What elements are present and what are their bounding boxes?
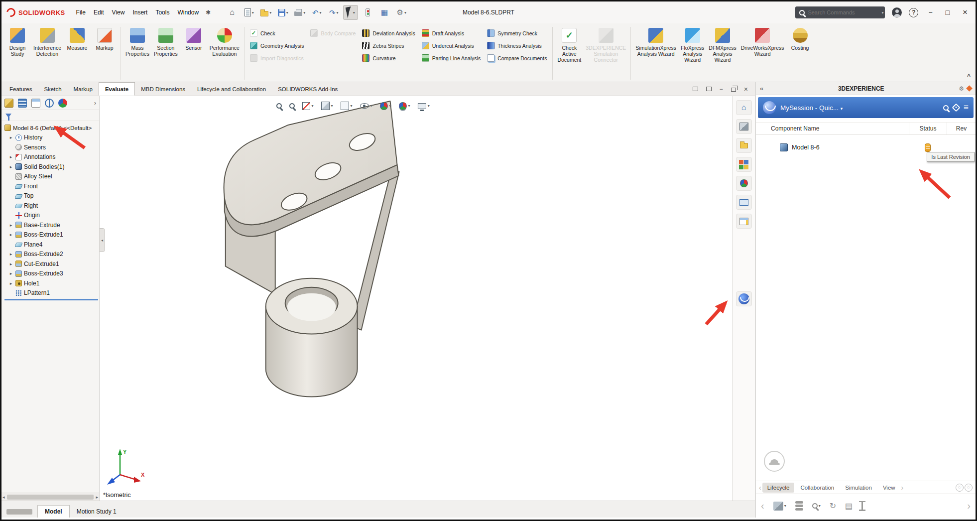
- database-icon[interactable]: [795, 501, 803, 504]
- expander-icon[interactable]: ▸: [8, 281, 13, 286]
- window-pane-icon[interactable]: [693, 87, 698, 91]
- doc-restore-button[interactable]: [731, 88, 736, 92]
- help-icon[interactable]: ?: [909, 8, 918, 17]
- tab-collaboration[interactable]: Collaboration: [795, 483, 839, 493]
- tree-item-base-extrude[interactable]: ▸Base-Extrude: [3, 220, 99, 230]
- maximize-button[interactable]: □: [943, 8, 953, 16]
- tag-icon[interactable]: [952, 104, 961, 112]
- redo-button[interactable]: ↷▾: [326, 5, 341, 20]
- sensor-button[interactable]: Sensor: [181, 26, 207, 53]
- tree-item-solid-bodies[interactable]: ▸Solid Bodies(1): [3, 162, 99, 172]
- reaction-icon[interactable]: ♡: [956, 484, 964, 492]
- refresh-icon[interactable]: ↻: [830, 501, 836, 511]
- propertymanager-tab-icon[interactable]: [18, 99, 27, 108]
- ribbon-collapse-button[interactable]: ^: [967, 73, 971, 80]
- mass-properties-button[interactable]: Mass Properties: [124, 26, 151, 59]
- tabs-scroll-right-icon[interactable]: ›: [901, 484, 904, 492]
- tab-view[interactable]: View: [878, 483, 900, 493]
- measure-icon[interactable]: [861, 501, 863, 511]
- section-properties-button[interactable]: Section Properties: [152, 26, 179, 59]
- window-pane-icon[interactable]: [706, 87, 712, 91]
- appearances-button[interactable]: [736, 176, 752, 191]
- panel-splitter-handle[interactable]: ◂: [100, 228, 105, 252]
- tab-lifecycle-collaboration[interactable]: Lifecycle and Collaboration: [191, 82, 272, 96]
- tab-markup[interactable]: Markup: [68, 82, 99, 96]
- tree-item-lpattern1[interactable]: LPattern1: [3, 288, 99, 298]
- 3dexperience-marketplace-button[interactable]: [736, 291, 752, 306]
- open-button[interactable]: ▾: [258, 5, 273, 20]
- sheet-tab-scrollbar[interactable]: [6, 509, 32, 515]
- design-study-button[interactable]: Design Study: [4, 26, 30, 59]
- expander-icon[interactable]: ▸: [8, 135, 13, 140]
- save-button[interactable]: ▾: [275, 5, 290, 20]
- menu-window[interactable]: Window: [177, 9, 199, 16]
- search-icon[interactable]: [943, 105, 949, 111]
- assistant-chat-button[interactable]: [764, 451, 785, 472]
- zoom-to-fit-button[interactable]: [275, 102, 283, 110]
- markup-button[interactable]: Markup: [92, 26, 118, 53]
- toolbar-scroll-right-icon[interactable]: ›: [967, 500, 971, 512]
- floxpress-button[interactable]: FloXpress Analysis Wizard: [679, 26, 706, 65]
- dfmxpress-button[interactable]: DFMXpress Analysis Wizard: [707, 26, 737, 65]
- custom-properties-button[interactable]: [736, 214, 752, 229]
- chevron-down-icon[interactable]: ▾: [841, 106, 843, 111]
- hide-show-items-button[interactable]: ▾: [359, 102, 374, 110]
- panel-pin-icon[interactable]: [966, 85, 973, 92]
- pin-menu-icon[interactable]: ✱: [206, 9, 211, 16]
- 3d-printing-button[interactable]: [736, 119, 752, 134]
- expander-icon[interactable]: ▸: [8, 164, 13, 169]
- tree-item-boss-extrude2[interactable]: ▸Boss-Extrude2: [3, 250, 99, 260]
- task-pane-home-button[interactable]: ⌂: [736, 100, 752, 115]
- tab-lifecycle[interactable]: Lifecycle: [762, 483, 795, 493]
- tree-horizontal-scrollbar[interactable]: ◂ ▸: [1, 493, 99, 501]
- tree-item-plane4[interactable]: Plane4: [3, 240, 99, 250]
- hamburger-menu-icon[interactable]: ≡: [964, 103, 969, 113]
- evaluate-grid-button[interactable]: ▦: [377, 5, 392, 20]
- menu-tools[interactable]: Tools: [155, 9, 169, 16]
- pane-expand-icon[interactable]: ›: [94, 100, 96, 107]
- zoom-to-area-button[interactable]: [288, 102, 296, 110]
- tree-item-top-plane[interactable]: Top: [3, 191, 99, 201]
- view-palette-button[interactable]: [736, 195, 752, 210]
- new-document-button[interactable]: ▾: [242, 5, 256, 20]
- close-button[interactable]: ×: [960, 7, 971, 17]
- tree-item-sensors[interactable]: Sensors: [3, 142, 99, 152]
- scrollbar-thumb[interactable]: [7, 495, 94, 500]
- interference-detection-button[interactable]: Interference Detection: [32, 26, 63, 59]
- tree-item-origin[interactable]: Origin: [3, 211, 99, 221]
- scroll-right-icon[interactable]: ▸: [96, 495, 98, 500]
- panel-gear-icon[interactable]: ⚙: [959, 85, 964, 92]
- expander-icon[interactable]: ▸: [8, 232, 13, 237]
- tab-solidworks-addins[interactable]: SOLIDWORKS Add-Ins: [272, 82, 344, 96]
- menu-edit[interactable]: Edit: [94, 9, 104, 16]
- tabs-scroll-left-icon[interactable]: ‹: [759, 484, 761, 492]
- toolbar-scroll-left-icon[interactable]: ‹: [761, 500, 764, 512]
- check-button[interactable]: ✓Check: [250, 29, 304, 37]
- tab-sketch[interactable]: Sketch: [38, 82, 67, 96]
- featuremanager-tab-icon[interactable]: [4, 99, 13, 108]
- component-actions-button[interactable]: ▾: [773, 502, 786, 511]
- tree-item-cut-extrude1[interactable]: ▸Cut-Extrude1: [3, 259, 99, 269]
- tab-simulation[interactable]: Simulation: [840, 483, 877, 493]
- tree-item-history[interactable]: ▸History: [3, 133, 99, 143]
- 3d-model[interactable]: [100, 96, 732, 501]
- 3dexperience-simulation-connector-button[interactable]: 3DEXPERIENCE Simulation Connector: [584, 26, 627, 65]
- thickness-analysis-button[interactable]: Thickness Analysis: [487, 42, 547, 49]
- view-orientation-button[interactable]: ▾: [320, 100, 335, 112]
- graphics-viewport[interactable]: ▾ ▾ ▾ ▾ ▾ ▾ ▾: [100, 96, 732, 501]
- column-rev[interactable]: Rev: [947, 123, 976, 134]
- design-library-button[interactable]: [736, 157, 752, 172]
- menu-file[interactable]: File: [76, 9, 86, 16]
- menu-insert[interactable]: Insert: [132, 9, 147, 16]
- tab-mbd-dimensions[interactable]: MBD Dimensions: [135, 82, 191, 96]
- column-status[interactable]: Status: [909, 123, 947, 134]
- tree-item-front-plane[interactable]: Front: [3, 181, 99, 191]
- doc-minimize-button[interactable]: −: [720, 86, 723, 93]
- rollback-bar[interactable]: [4, 299, 98, 300]
- rebuild-button[interactable]: [360, 5, 375, 20]
- menu-view[interactable]: View: [112, 9, 125, 16]
- expander-icon[interactable]: ▸: [8, 223, 13, 228]
- geometry-analysis-button[interactable]: Geometry Analysis: [250, 42, 304, 49]
- symmetry-check-button[interactable]: Symmetry Check: [487, 29, 547, 37]
- explore-button[interactable]: ▾: [812, 503, 821, 509]
